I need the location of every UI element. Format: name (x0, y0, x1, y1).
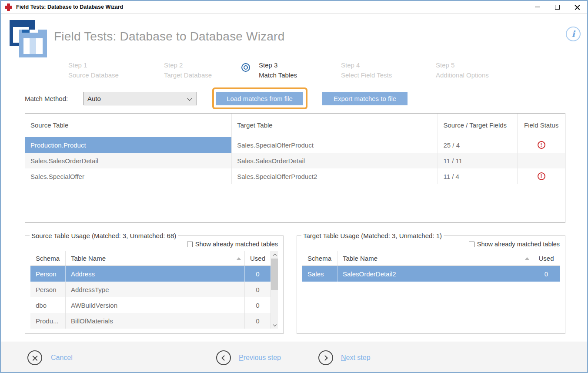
window-title: Field Tests: Database to Database Wizard (16, 4, 123, 10)
minimize-button[interactable] (527, 1, 547, 13)
target-table-usage-group: Target Table Usage (Matched: 3, Unmatche… (297, 232, 565, 334)
chevron-left-icon (221, 355, 227, 361)
column-header-used[interactable]: Used (533, 251, 559, 265)
source-table-usage-group: Source Table Usage (Matched: 3, Unmatche… (25, 232, 284, 334)
table-row[interactable]: Production.Product Sales.SpecialOfferPro… (25, 137, 565, 153)
step-4-select-field-tests[interactable]: Step 4 Select Field Tests (341, 60, 392, 80)
table-row[interactable]: Sales.SalesOrderDetail Sales.SalesOrderD… (25, 153, 565, 168)
target-usage-table: Schema Table Name Used Sales SalesOrderD… (302, 251, 560, 282)
next-circle-icon (318, 350, 333, 365)
match-table: Source Table Target Table Source / Targe… (25, 113, 565, 223)
app-cross-icon (5, 3, 12, 11)
field-status-cell[interactable]: ! (517, 168, 565, 184)
previous-step-button[interactable]: Previous step (216, 350, 281, 365)
step-1-source-database[interactable]: Step 1 Source Database (68, 60, 119, 80)
cancel-button[interactable]: Cancel (27, 350, 73, 365)
column-header-source-table[interactable]: Source Table (25, 114, 231, 137)
maximize-button[interactable] (547, 1, 567, 13)
sort-ascending-icon (237, 257, 241, 260)
column-header-fields[interactable]: Source / Target Fields (438, 114, 517, 137)
info-icon[interactable]: i (566, 27, 581, 41)
scroll-down-icon[interactable] (271, 322, 278, 329)
checkbox-icon[interactable] (187, 242, 193, 247)
target-table-cell[interactable]: Sales.SpecialOfferProduct2 (231, 168, 438, 184)
list-item[interactable]: dbo AWBuildVersion 0 (30, 297, 271, 313)
target-usage-legend: Target Table Usage (Matched: 3, Unmatche… (301, 232, 444, 239)
column-header-used[interactable]: Used (244, 251, 271, 265)
step-3-match-tables[interactable]: Step 3 Match Tables (259, 60, 297, 80)
title-bar: Field Tests: Database to Database Wizard (1, 1, 587, 13)
previous-circle-icon (216, 350, 231, 365)
source-table-cell[interactable]: Sales.SpecialOffer (25, 168, 231, 184)
checkbox-icon[interactable] (469, 242, 474, 247)
next-step-button[interactable]: Next step (318, 350, 371, 365)
table-row[interactable]: Sales.SpecialOffer Sales.SpecialOfferPro… (25, 168, 565, 184)
show-matched-tables-toggle-source[interactable]: Show already matched tables (30, 240, 278, 248)
list-item[interactable]: Produ... BillOfMaterials 0 (30, 313, 271, 329)
chevron-right-icon (322, 355, 328, 361)
step-2-target-database[interactable]: Step 2 Target Database (164, 60, 212, 80)
column-header-target-table[interactable]: Target Table (231, 114, 438, 137)
show-matched-tables-toggle-target[interactable]: Show already matched tables (302, 240, 560, 248)
source-usage-table: Schema Table Name Used Person Address 0 … (30, 251, 278, 329)
minimize-icon (535, 7, 540, 7)
source-usage-header: Schema Table Name Used (30, 251, 271, 266)
error-icon: ! (538, 172, 545, 180)
match-method-label: Match Method: (25, 95, 68, 102)
footer-bar: Cancel Previous step Next step (1, 342, 587, 372)
scrollbar-thumb[interactable] (271, 259, 278, 290)
target-usage-header: Schema Table Name Used (302, 251, 560, 266)
export-matches-button[interactable]: Export matches to file (322, 92, 408, 105)
column-header-table-name[interactable]: Table Name (65, 251, 244, 265)
cancel-circle-icon (27, 350, 42, 365)
x-icon (32, 355, 38, 361)
source-table-cell[interactable]: Production.Product (25, 137, 231, 153)
column-header-schema[interactable]: Schema (302, 251, 337, 265)
column-header-schema[interactable]: Schema (30, 251, 65, 265)
scroll-up-icon[interactable] (271, 251, 278, 258)
window-controls (527, 1, 587, 13)
source-usage-legend: Source Table Usage (Matched: 3, Unmatche… (30, 232, 178, 239)
list-item[interactable]: Person Address 0 (30, 266, 271, 282)
match-table-header: Source Table Target Table Source / Targe… (25, 114, 565, 137)
close-button[interactable] (567, 1, 587, 13)
page-title: Field Tests: Database to Database Wizard (54, 30, 284, 44)
sort-ascending-icon (525, 257, 529, 260)
target-table-cell[interactable]: Sales.SpecialOfferProduct (231, 137, 438, 153)
field-status-cell[interactable]: ! (517, 137, 565, 153)
wizard-logo-icon (7, 20, 47, 57)
fields-cell[interactable]: 11 / 4 (438, 168, 517, 184)
fields-cell[interactable]: 11 / 11 (438, 153, 517, 168)
step-5-additional-options[interactable]: Step 5 Additional Options (436, 60, 489, 80)
load-matches-button[interactable]: Load matches from file (216, 92, 303, 105)
match-method-select[interactable]: Auto (84, 92, 197, 105)
error-icon: ! (538, 141, 545, 149)
list-item[interactable]: Person AddressType 0 (30, 282, 271, 297)
maximize-icon (555, 5, 560, 10)
fields-cell[interactable]: 25 / 4 (438, 137, 517, 153)
field-status-cell[interactable] (517, 153, 565, 168)
chevron-down-icon (187, 96, 192, 101)
column-header-table-name[interactable]: Table Name (337, 251, 533, 265)
column-header-field-status[interactable]: Field Status (517, 114, 565, 137)
app-window: Field Tests: Database to Database Wizard… (0, 0, 588, 373)
active-step-indicator-icon (241, 63, 250, 72)
target-table-cell[interactable]: Sales.SalesOrderDetail (231, 153, 438, 168)
source-table-cell[interactable]: Sales.SalesOrderDetail (25, 153, 231, 168)
close-icon (575, 4, 580, 10)
vertical-scrollbar[interactable] (271, 251, 278, 329)
list-item[interactable]: Sales SalesOrderDetail2 0 (302, 266, 560, 282)
